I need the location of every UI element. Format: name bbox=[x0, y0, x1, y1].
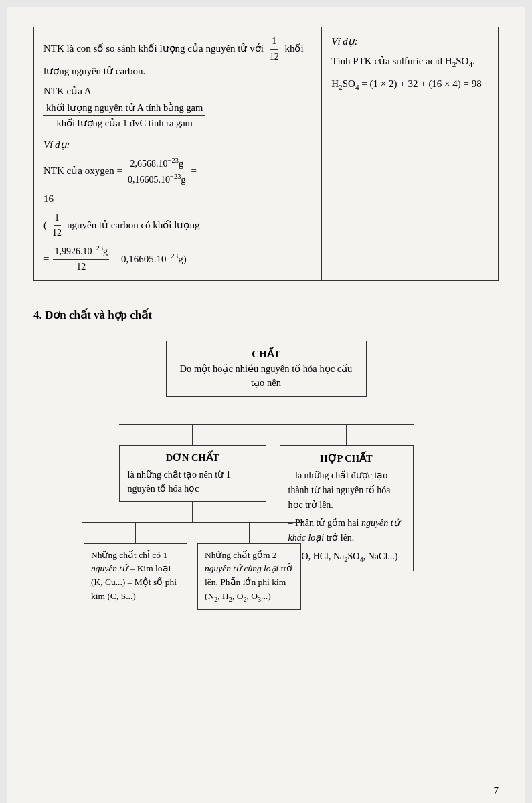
oxygen-fraction: 2,6568.10−23g 0,16605.10−23g bbox=[126, 155, 187, 187]
carbon-result: = 0,16605.10−23g) bbox=[113, 250, 187, 267]
don-chat-sub-area: Những chất chỉ có 1 nguyên tử – Kim loại… bbox=[82, 522, 303, 609]
don-chat-body: là những chất tạo nên từ 1 nguyên tố hóa… bbox=[128, 468, 258, 496]
ntk-oxygen-row: NTK của oxygen = 2,6568.10−23g 0,16605.1… bbox=[43, 155, 312, 187]
ptk-desc: Tính PTK của sulfuric acid H2SO4. bbox=[331, 54, 489, 70]
equals-sign: = bbox=[191, 163, 196, 179]
section-4-heading: 4. Đơn chất và hợp chất bbox=[33, 308, 499, 322]
sub-left-col: Những chất chỉ có 1 nguyên tử – Kim loại… bbox=[82, 523, 189, 608]
ntk-formula-fraction: khối lượng nguyên tử A tính bằng gam khố… bbox=[43, 100, 205, 132]
hop-chat-line3: (H2O, HCl, Na2SO4, NaCl...) bbox=[288, 549, 405, 565]
v-line-don-chat-bot bbox=[192, 502, 193, 522]
oxygen-frac-den: 0,16605.10−23g bbox=[126, 171, 187, 187]
chat-box: CHẤT Do một hoặc nhiều nguyên tố hóa học… bbox=[166, 341, 367, 397]
v-line-don-chat bbox=[192, 425, 193, 445]
carbon-explanation: ( 1 12 nguyên tử carbon có khối lượng bbox=[43, 211, 312, 240]
vi-du-right: Ví dụ: bbox=[331, 34, 489, 50]
ntk-table: NTK là con số so sánh khối lượng của ngu… bbox=[33, 27, 499, 281]
don-chat-title: ĐƠN CHẤT bbox=[128, 451, 258, 466]
fraction-1: 1 12 bbox=[268, 34, 280, 64]
page-number: 7 bbox=[494, 785, 499, 796]
v-line-sub-left bbox=[135, 523, 137, 543]
chat-subtitle: Do một hoặc nhiều nguyên tố hóa học cấu … bbox=[175, 362, 358, 391]
carbon-value: = 1,9926.10−23g 12 = 0,16605.10−23g) bbox=[43, 243, 312, 274]
sub-right-box: Những chất gồm 2 nguyên tử cùng loại trở… bbox=[197, 543, 301, 610]
page: NTK là con số so sánh khối lượng của ngu… bbox=[7, 7, 525, 803]
carbon-fraction: 1 12 bbox=[51, 211, 63, 240]
carbon-text: nguyên tử carbon có khối lượng bbox=[67, 217, 199, 233]
chat-title: CHẤT bbox=[175, 347, 358, 362]
frac1-denominator: 12 bbox=[268, 50, 280, 64]
ntk-denominator: khối lượng của 1 đvC tính ra gam bbox=[43, 116, 205, 130]
hop-chat-line1: – là những chất được tạo thành từ hai ng… bbox=[288, 468, 405, 512]
hop-chat-title: HỢP CHẤT bbox=[288, 451, 405, 466]
carbon-frac: 1,9926.10−23g 12 bbox=[53, 243, 108, 274]
oxygen-frac-num: 2,6568.10−23g bbox=[129, 155, 185, 171]
ntk-a-label: NTK của A = bbox=[43, 84, 312, 99]
frac1-numerator: 1 bbox=[270, 34, 278, 50]
sub-right-col: Những chất gồm 2 nguyên tử cùng loại trở… bbox=[196, 523, 303, 610]
sub-right-text: Những chất gồm 2 nguyên tử cùng loại trở… bbox=[205, 550, 292, 601]
left-column: NTK là con số so sánh khối lượng của ngu… bbox=[34, 27, 322, 281]
vi-du-1-label: Ví dụ: bbox=[43, 137, 312, 153]
don-chat-column: ĐƠN CHẤT là những chất tạo nên từ 1 nguy… bbox=[119, 425, 266, 610]
sub-left-text: Những chất chỉ có 1 nguyên tử – Kim loại… bbox=[91, 550, 177, 601]
sub-boxes-row: Những chất chỉ có 1 nguyên tử – Kim loại… bbox=[82, 523, 303, 610]
hop-chat-line2: – Phân tử gồm hai nguyên tử khác loại tr… bbox=[288, 516, 405, 545]
sub-left-box: Những chất chỉ có 1 nguyên tử – Kim loại… bbox=[84, 543, 187, 608]
ntk-intro-text: NTK là con số so sánh khối lượng của ngu… bbox=[43, 43, 264, 54]
ntk-numerator: khối lượng nguyên tử A tính bằng gam bbox=[43, 100, 205, 116]
diagram: CHẤT Do một hoặc nhiều nguyên tố hóa học… bbox=[33, 341, 499, 609]
ntk-oxygen-label: NTK của oxygen = bbox=[43, 163, 122, 179]
v-line-from-chat bbox=[266, 397, 267, 424]
ptk-formula: H2SO4 = (1 × 2) + 32 + (16 × 4) = 98 bbox=[331, 76, 489, 93]
v-line-sub-right bbox=[249, 523, 250, 543]
don-chat-box: ĐƠN CHẤT là những chất tạo nên từ 1 nguy… bbox=[119, 445, 266, 503]
v-line-hop-chat bbox=[346, 425, 347, 445]
right-column: Ví dụ: Tính PTK của sulfuric acid H2SO4.… bbox=[322, 27, 499, 281]
value-16: 16 bbox=[43, 191, 312, 207]
